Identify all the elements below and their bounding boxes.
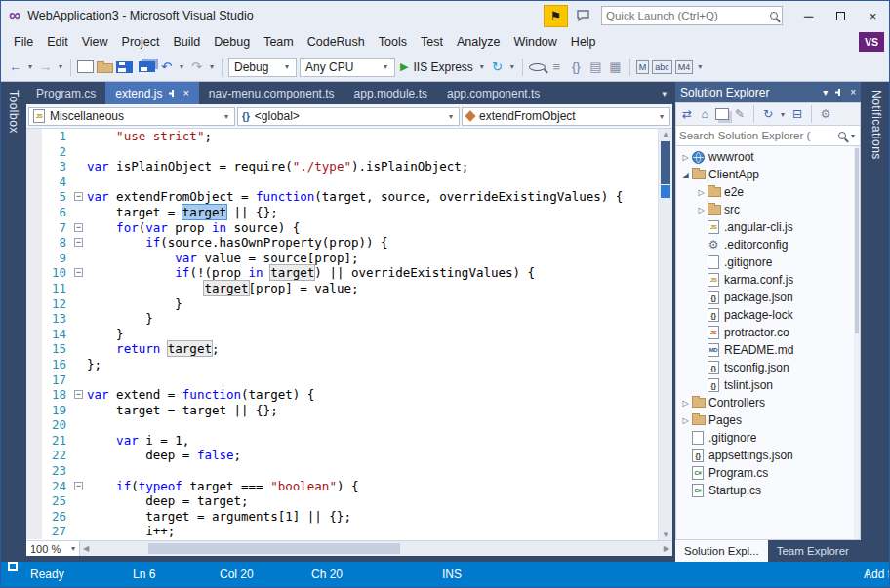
chevron-down-icon[interactable]: ▾	[849, 132, 857, 140]
code-text[interactable]: "use strict";	[87, 129, 658, 144]
braces-format-icon[interactable]: {}	[568, 59, 585, 74]
tools-caret-icon[interactable]: ▾	[696, 62, 704, 71]
fold-margin[interactable]	[71, 341, 87, 357]
expand-arrow-icon[interactable]: ▷	[679, 153, 692, 162]
window-position-caret-icon[interactable]: ▾	[823, 87, 828, 98]
fold-margin[interactable]	[71, 387, 87, 403]
glyph-margin[interactable]	[26, 281, 42, 296]
menu-item-view[interactable]: View	[75, 30, 115, 53]
sync-active-document-icon[interactable]	[715, 108, 729, 120]
start-debugging-caret-icon[interactable]: ▾	[478, 62, 486, 71]
tree-item-ClientApp[interactable]: ◢ClientApp	[676, 166, 860, 183]
code-text[interactable]: };	[87, 357, 658, 372]
maximize-button[interactable]	[825, 1, 857, 30]
code-text[interactable]: var extend = function(target) {	[87, 387, 658, 403]
code-editor[interactable]: 1 "use strict";23var isPlainObject = req…	[26, 129, 672, 540]
glyph-margin[interactable]	[26, 479, 42, 494]
expand-arrow-icon[interactable]: ▷	[695, 188, 708, 197]
tree-item-.gitignore[interactable]: .gitignore	[676, 254, 860, 271]
properties-icon[interactable]: ⚙	[819, 107, 832, 121]
scroll-left-icon[interactable]: ◀	[83, 541, 89, 556]
file-scope-dropdown[interactable]: Miscellaneous ▾	[28, 107, 235, 126]
navigate-back-caret-icon[interactable]: ▾	[26, 62, 34, 71]
fold-margin[interactable]	[71, 144, 87, 160]
fold-margin[interactable]	[71, 311, 87, 327]
fold-margin[interactable]	[71, 357, 87, 372]
code-text[interactable]: var i = 1,	[87, 433, 658, 449]
glyph-margin[interactable]	[26, 341, 42, 357]
glyph-margin[interactable]	[26, 509, 42, 525]
back-forward-icon[interactable]: ⇄	[680, 107, 694, 121]
document-tab-app.component.ts[interactable]: app.component.ts	[437, 82, 549, 104]
solution-explorer-header[interactable]: Solution Explorer ▾ ×	[675, 82, 861, 102]
tree-item-appsettings.json[interactable]: appsettings.json	[676, 447, 860, 464]
user-avatar[interactable]: VS	[859, 32, 884, 52]
markdown-tool-icon[interactable]: M	[636, 60, 650, 74]
glyph-margin[interactable]	[26, 403, 42, 418]
scroll-up-icon[interactable]: ▲	[659, 130, 672, 138]
glyph-margin[interactable]	[26, 296, 42, 312]
code-text[interactable]: }	[87, 327, 658, 342]
fold-margin[interactable]	[71, 448, 87, 463]
pin-icon[interactable]	[834, 88, 843, 97]
redo-icon[interactable]: ↷	[188, 59, 205, 74]
code-text[interactable]	[87, 417, 658, 433]
code-text[interactable]: if(!(prop in target) || overrideExisting…	[87, 265, 658, 281]
tree-item-Startup.cs[interactable]: Startup.cs	[676, 482, 860, 499]
redo-caret-icon[interactable]: ▾	[208, 62, 216, 71]
list-members-icon[interactable]: ▤	[587, 59, 604, 74]
tree-item-tsconfig.json[interactable]: tsconfig.json	[676, 359, 860, 376]
glyph-margin[interactable]	[26, 524, 42, 539]
fold-margin[interactable]	[71, 372, 87, 388]
m4-tool-icon[interactable]: M4	[675, 60, 694, 74]
code-text[interactable]: target[prop] = value;	[87, 281, 658, 296]
menu-item-build[interactable]: Build	[166, 30, 207, 53]
menu-item-file[interactable]: File	[7, 30, 40, 53]
menu-item-edit[interactable]: Edit	[40, 30, 75, 53]
notifications-flag-button[interactable]: ⚑	[544, 5, 568, 27]
tree-item-README.md[interactable]: README.md	[676, 341, 860, 359]
close-icon[interactable]: ×	[182, 88, 188, 98]
fold-margin[interactable]	[71, 524, 87, 539]
collapse-toggle-icon[interactable]	[74, 268, 83, 277]
fold-margin[interactable]	[71, 251, 87, 266]
code-text[interactable]: for(var prop in source) {	[87, 220, 658, 236]
menu-item-help[interactable]: Help	[564, 30, 603, 53]
fold-margin[interactable]	[71, 189, 87, 205]
tree-item-wwwroot[interactable]: ▷wwwroot	[676, 148, 860, 166]
home-icon[interactable]: ⌂	[698, 107, 711, 121]
editor-horizontal-scrollbar[interactable]: ◀ ▶	[80, 541, 672, 556]
tree-item-.editorconfig[interactable]: .editorconfig	[676, 236, 860, 254]
editor-vertical-scrollbar[interactable]: ▲ ▼	[658, 129, 672, 540]
code-text[interactable]	[87, 463, 658, 479]
glyph-margin[interactable]	[26, 387, 42, 403]
code-text[interactable]	[87, 144, 658, 160]
expand-arrow-icon[interactable]: ▷	[679, 399, 692, 408]
expand-arrow-icon[interactable]: ▷	[695, 206, 708, 215]
fold-margin[interactable]	[71, 327, 87, 342]
glyph-margin[interactable]	[26, 235, 42, 251]
zoom-control[interactable]: 100 % ▾	[26, 541, 80, 556]
save-icon[interactable]	[116, 61, 133, 73]
tree-item-package-lock[interactable]: package-lock	[676, 306, 860, 324]
code-text[interactable]: var extendFromObject = function(target, …	[87, 189, 658, 205]
tree-item-Pages[interactable]: ▷Pages	[676, 412, 860, 429]
fold-margin[interactable]	[71, 265, 87, 281]
menu-item-tools[interactable]: Tools	[372, 30, 414, 53]
tree-item-.angular-cli.js[interactable]: .angular-cli.js	[676, 218, 860, 236]
glyph-margin[interactable]	[26, 327, 42, 342]
fold-margin[interactable]	[71, 235, 87, 251]
code-text[interactable]	[87, 175, 658, 190]
fold-margin[interactable]	[71, 403, 87, 418]
code-text[interactable]: target = target || {};	[87, 205, 658, 220]
fold-margin[interactable]	[71, 433, 87, 449]
menu-item-window[interactable]: Window	[506, 30, 563, 53]
member-scope-dropdown[interactable]: extendFromObject ▾	[462, 107, 670, 126]
fold-margin[interactable]	[71, 281, 87, 296]
refresh-icon[interactable]: ↻	[761, 107, 775, 121]
solution-configuration-combo[interactable]: Debug▾	[228, 58, 297, 77]
collapse-toggle-icon[interactable]	[74, 390, 83, 399]
refresh-browser-icon[interactable]: ↻	[489, 59, 506, 74]
block-structure-icon[interactable]: ▦	[607, 59, 624, 74]
spell-checker-icon[interactable]: abc	[652, 60, 672, 74]
